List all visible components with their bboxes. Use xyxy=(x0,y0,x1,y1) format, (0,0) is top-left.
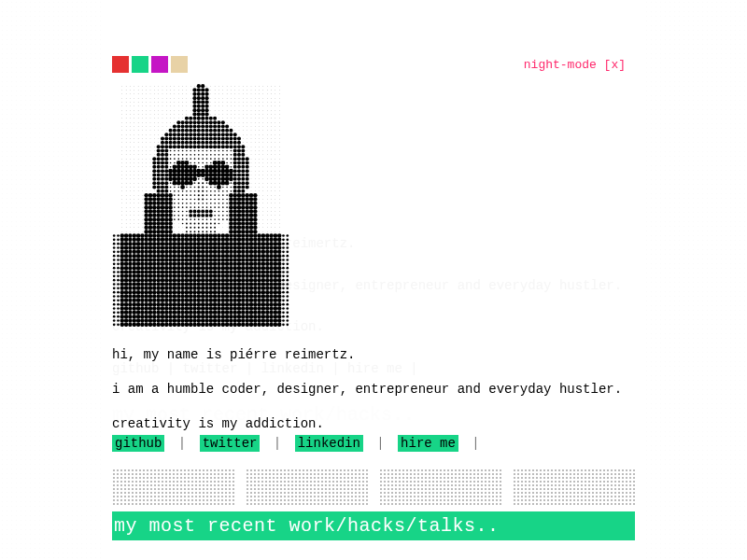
svg-point-1956 xyxy=(257,274,261,279)
svg-point-789 xyxy=(237,161,241,164)
svg-point-1952 xyxy=(241,274,246,279)
svg-point-1665 xyxy=(148,250,153,255)
svg-point-1766 xyxy=(201,258,205,262)
svg-point-888 xyxy=(152,173,156,176)
svg-point-811 xyxy=(164,165,168,169)
svg-point-2329 xyxy=(164,311,169,315)
halftone-portrait-icon xyxy=(112,84,289,327)
svg-point-1875 xyxy=(286,267,289,270)
svg-point-1450 xyxy=(161,230,165,234)
hire-me-link[interactable]: hire me xyxy=(398,435,458,452)
svg-point-1535 xyxy=(156,238,161,243)
svg-point-660 xyxy=(202,150,204,152)
swatch-magenta[interactable] xyxy=(151,56,168,73)
svg-point-2108 xyxy=(161,290,165,295)
svg-point-1222 xyxy=(210,206,212,208)
svg-point-1779 xyxy=(253,258,258,262)
svg-point-2405 xyxy=(117,319,120,322)
svg-point-787 xyxy=(231,162,233,164)
svg-point-2141 xyxy=(117,295,120,298)
svg-point-866 xyxy=(225,169,230,174)
svg-point-1215 xyxy=(182,206,184,208)
svg-point-1375 xyxy=(182,223,184,225)
svg-point-1678 xyxy=(201,250,205,255)
svg-point-1937 xyxy=(180,274,185,279)
svg-point-1310 xyxy=(241,214,246,218)
linkedin-link[interactable]: linkedin xyxy=(295,435,363,452)
night-mode-toggle[interactable]: night-mode [x] xyxy=(524,58,626,72)
svg-point-1668 xyxy=(161,250,165,255)
swatch-green[interactable] xyxy=(132,56,148,73)
svg-point-663 xyxy=(214,150,216,152)
svg-point-2411 xyxy=(140,318,145,323)
svg-point-1915 xyxy=(269,270,274,274)
svg-point-1796 xyxy=(144,262,148,267)
intro-block: hi, my name is piérre reimertz. i am a h… xyxy=(112,343,644,448)
svg-point-1598 xyxy=(233,242,237,246)
svg-point-1101 xyxy=(206,194,208,196)
svg-point-1530 xyxy=(136,238,141,243)
svg-point-589 xyxy=(237,141,241,145)
svg-point-1015 xyxy=(180,185,185,189)
svg-point-2095 xyxy=(286,287,289,289)
svg-point-1067 xyxy=(231,190,233,192)
svg-point-426 xyxy=(225,124,229,128)
svg-point-1950 xyxy=(233,274,237,279)
svg-point-299 xyxy=(197,112,201,116)
svg-point-1540 xyxy=(176,238,181,243)
svg-point-138 xyxy=(192,96,196,100)
svg-point-900 xyxy=(201,173,205,177)
twitter-link[interactable]: twitter xyxy=(200,435,261,452)
svg-point-1636 xyxy=(209,245,214,250)
svg-point-1964 xyxy=(113,279,116,282)
svg-point-2093 xyxy=(277,287,282,291)
svg-point-1656 xyxy=(113,250,116,253)
svg-point-1676 xyxy=(192,250,197,255)
svg-point-709 xyxy=(237,153,241,157)
svg-point-376 xyxy=(185,120,189,124)
svg-point-2120 xyxy=(209,290,214,295)
svg-point-1304 xyxy=(218,215,220,217)
svg-point-978 xyxy=(194,182,196,184)
svg-point-791 xyxy=(246,161,249,164)
svg-point-848 xyxy=(152,169,156,173)
swatch-tan[interactable] xyxy=(171,56,188,73)
svg-point-1517 xyxy=(261,233,266,238)
svg-point-1111 xyxy=(245,193,249,198)
svg-point-2035 xyxy=(221,282,226,287)
svg-point-1086 xyxy=(144,193,148,198)
svg-point-2331 xyxy=(173,311,177,315)
svg-point-2111 xyxy=(173,290,177,295)
svg-point-621 xyxy=(204,145,208,148)
svg-point-2228 xyxy=(113,303,116,306)
svg-point-2368 xyxy=(144,315,148,319)
svg-point-1917 xyxy=(277,270,282,274)
svg-point-703 xyxy=(214,154,216,156)
svg-point-1377 xyxy=(190,223,191,225)
svg-point-1393 xyxy=(253,221,258,226)
svg-point-501 xyxy=(204,133,208,136)
svg-point-1921 xyxy=(117,274,120,277)
svg-point-690 xyxy=(161,153,164,157)
svg-point-1895 xyxy=(189,270,193,274)
svg-point-1799 xyxy=(156,262,161,267)
svg-point-2312 xyxy=(274,306,278,311)
swatch-red[interactable] xyxy=(112,56,129,73)
svg-point-2390 xyxy=(233,315,237,319)
svg-point-1618 xyxy=(136,245,141,250)
svg-point-1232 xyxy=(249,205,254,210)
svg-point-1576 xyxy=(144,242,148,246)
svg-point-495 xyxy=(181,133,185,136)
svg-point-2487 xyxy=(269,323,274,327)
svg-point-849 xyxy=(157,169,161,173)
svg-point-338 xyxy=(192,117,196,120)
svg-point-2491 xyxy=(286,323,289,326)
github-link[interactable]: github xyxy=(112,435,164,452)
svg-point-1110 xyxy=(241,193,246,198)
svg-point-535 xyxy=(181,136,185,140)
svg-point-2004 xyxy=(274,278,278,283)
svg-point-572 xyxy=(169,141,173,145)
svg-point-2045 xyxy=(261,282,266,287)
svg-point-1782 xyxy=(265,258,270,262)
svg-point-1936 xyxy=(176,274,181,279)
